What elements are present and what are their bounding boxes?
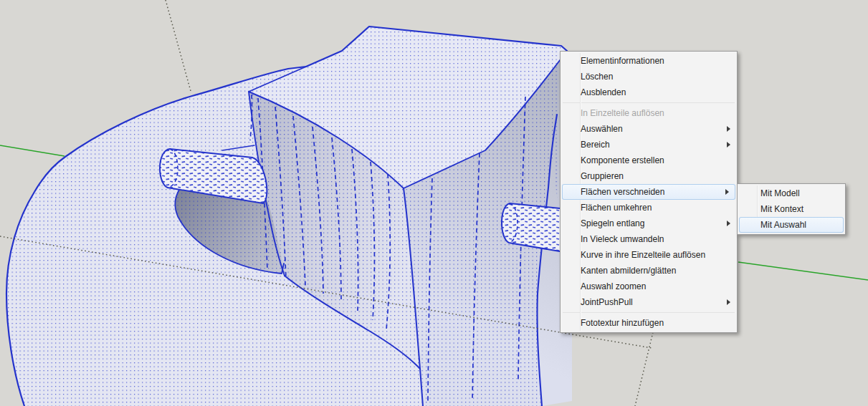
menu-item-label: Spiegeln entlang xyxy=(581,218,644,228)
menu-item-flaechen-umkehren[interactable]: Flächen umkehren xyxy=(561,200,737,216)
submenu-arrow-icon xyxy=(727,126,730,132)
menu-item-label: Komponente erstellen xyxy=(581,155,664,165)
menu-item-label: Elementinformationen xyxy=(581,56,664,66)
menu-item-label: Auswahl zoomen xyxy=(581,281,646,291)
menu-item-label: In Einzelteile auflösen xyxy=(581,108,664,118)
menu-item-in-einzelteile-aufloesen: In Einzelteile auflösen xyxy=(561,105,737,121)
menu-item-in-vieleck-umwandeln[interactable]: In Vieleck umwandeln xyxy=(561,231,737,247)
menu-item-flaechen-verschneiden[interactable]: Flächen verschneiden xyxy=(562,184,735,200)
menu-item-label: Kurve in ihre Einzelteile auflösen xyxy=(581,250,705,260)
submenu-arrow-icon xyxy=(727,299,730,305)
menu-item-spiegeln-entlang[interactable]: Spiegeln entlang xyxy=(561,216,737,231)
menu-item-fototextur-hinzufuegen[interactable]: Fototextur hinzufügen xyxy=(561,315,737,331)
menu-item-label: Gruppieren xyxy=(581,171,624,181)
menu-item-label: Fototextur hinzufügen xyxy=(581,318,664,328)
menu-item-komponente-erstellen[interactable]: Komponente erstellen xyxy=(561,153,737,168)
menu-item-label: JointPushPull xyxy=(581,297,633,307)
menu-item-gruppieren[interactable]: Gruppieren xyxy=(561,168,737,184)
sketchup-window: Elementinformationen Löschen Ausblenden … xyxy=(0,0,868,406)
menu-item-label: Mit Kontext xyxy=(760,204,803,214)
context-menu: Elementinformationen Löschen Ausblenden … xyxy=(560,51,738,333)
intersect-submenu: Mit Modell Mit Kontext Mit Auswahl xyxy=(737,183,846,235)
submenu-item-mit-auswahl[interactable]: Mit Auswahl xyxy=(739,217,844,233)
menu-item-label: Ausblenden xyxy=(581,87,626,97)
menu-item-auswahl-zoomen[interactable]: Auswahl zoomen xyxy=(561,279,737,294)
menu-item-bereich[interactable]: Bereich xyxy=(561,137,737,153)
menu-item-label: Kanten abmildern/glätten xyxy=(581,266,676,276)
menu-item-loeschen[interactable]: Löschen xyxy=(561,69,737,84)
menu-item-label: Flächen verschneiden xyxy=(581,187,664,197)
submenu-arrow-icon xyxy=(727,142,730,148)
submenu-arrow-icon xyxy=(727,221,730,226)
submenu-item-mit-kontext[interactable]: Mit Kontext xyxy=(738,201,845,217)
menu-item-kurve-in-ihre-einzelteile-aufloesen[interactable]: Kurve in ihre Einzelteile auflösen xyxy=(561,247,737,263)
menu-item-label: Mit Modell xyxy=(760,188,800,198)
submenu-item-mit-modell[interactable]: Mit Modell xyxy=(738,185,845,201)
menu-item-ausblenden[interactable]: Ausblenden xyxy=(561,84,737,100)
menu-item-jointpushpull[interactable]: JointPushPull xyxy=(561,294,737,310)
menu-separator xyxy=(563,312,735,313)
menu-item-label: In Vieleck umwandeln xyxy=(581,234,664,244)
menu-item-label: Flächen umkehren xyxy=(581,203,652,213)
menu-item-elementinformationen[interactable]: Elementinformationen xyxy=(561,53,737,69)
menu-item-label: Bereich xyxy=(581,140,610,150)
menu-item-label: Mit Auswahl xyxy=(760,220,806,230)
submenu-arrow-icon xyxy=(725,189,729,195)
menu-separator xyxy=(563,102,735,103)
menu-item-label: Auswählen xyxy=(581,124,623,134)
menu-item-kanten-abmildern-glaetten[interactable]: Kanten abmildern/glätten xyxy=(561,263,737,279)
menu-item-label: Löschen xyxy=(581,72,613,82)
menu-item-auswaehlen[interactable]: Auswählen xyxy=(561,121,737,137)
